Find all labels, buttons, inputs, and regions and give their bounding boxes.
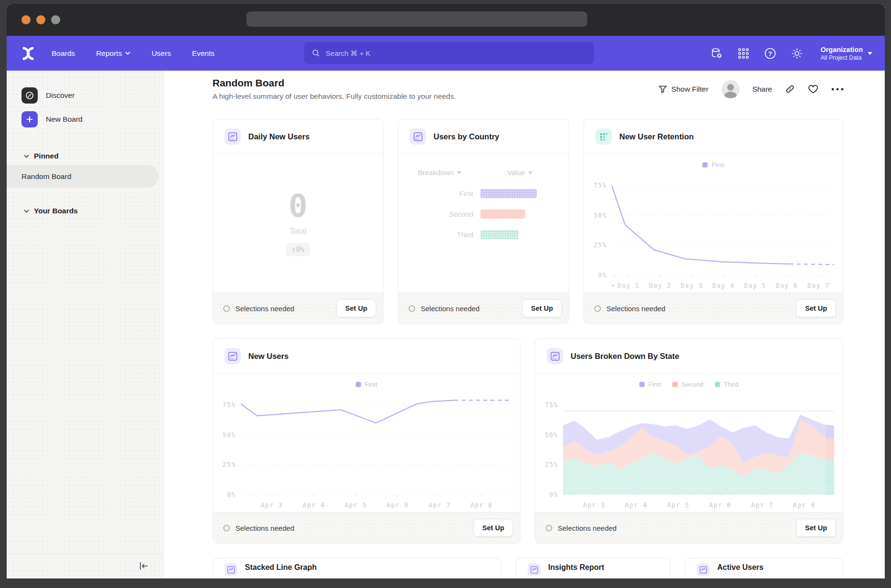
nav-item-label: Events xyxy=(192,49,214,58)
card-users-by-state[interactable]: Users Broken Down By State First S xyxy=(535,338,843,544)
sidebar-item-new-board[interactable]: New Board xyxy=(7,109,163,130)
svg-text:Apr 7: Apr 7 xyxy=(751,502,774,509)
legend-item-first: First xyxy=(702,161,724,168)
chart-legend: First xyxy=(584,161,843,168)
line-chart-icon xyxy=(224,563,237,576)
plus-icon xyxy=(21,111,38,127)
nav-item-boards[interactable]: Boards xyxy=(52,49,75,58)
nav-item-reports[interactable]: Reports xyxy=(96,49,130,58)
legend-item-third: Third xyxy=(715,381,739,388)
line-chart-icon xyxy=(697,563,710,576)
sidebar-section-label: Pinned xyxy=(34,152,59,160)
bar-category-label: Second xyxy=(398,210,473,218)
set-up-button[interactable]: Set Up xyxy=(796,519,836,537)
card-new-users[interactable]: New Users First 75%50%25%0%Apr 3Apr 4Apr… xyxy=(212,338,520,544)
card-footer: Selections needed Set Up xyxy=(213,293,383,324)
board-actions: Show Filter Share xyxy=(658,80,844,98)
sidebar-item-random-board[interactable]: Random Board xyxy=(7,165,159,188)
svg-text:75%: 75% xyxy=(223,401,236,409)
breakdown-column-header[interactable]: Breakdown xyxy=(418,168,461,177)
card-header: Users Broken Down By State xyxy=(535,339,843,374)
settings-gear-icon[interactable] xyxy=(791,47,803,60)
window-minimize-button[interactable] xyxy=(36,15,45,24)
window-zoom-button[interactable] xyxy=(51,15,60,24)
search-input[interactable] xyxy=(325,49,586,58)
bar-category-label: Third xyxy=(398,231,473,239)
card-title: New User Retention xyxy=(619,132,694,141)
bar-row: Third xyxy=(398,230,557,239)
card-title: Insights Report xyxy=(548,563,604,572)
funnel-icon xyxy=(658,85,667,94)
value-column-header[interactable]: Value xyxy=(507,168,532,177)
set-up-button[interactable]: Set Up xyxy=(473,519,513,537)
column-label: Value xyxy=(507,168,525,177)
card-daily-new-users[interactable]: Daily New Users 0 Total ↑0% Selections n… xyxy=(212,119,383,324)
org-name: Organization xyxy=(820,45,863,54)
svg-text:Apr 8: Apr 8 xyxy=(470,502,493,509)
card-new-user-retention[interactable]: New User Retention First 75%50%25%0%<Day… xyxy=(583,119,843,324)
bar-third xyxy=(480,230,519,239)
apps-grid-icon[interactable] xyxy=(737,47,750,60)
ellipsis-icon xyxy=(831,88,844,91)
line-chart-icon xyxy=(224,348,241,364)
favorite-button[interactable] xyxy=(808,84,818,94)
svg-text:75%: 75% xyxy=(594,182,607,189)
set-up-button[interactable]: Set Up xyxy=(522,299,562,317)
svg-text:Apr 3: Apr 3 xyxy=(261,502,283,509)
address-bar[interactable] xyxy=(246,11,587,27)
org-switcher[interactable]: Organization All Project Data xyxy=(820,45,872,61)
status-label: Selections needed xyxy=(235,524,294,532)
svg-text:Day 2: Day 2 xyxy=(649,282,671,289)
card-active-users[interactable]: Active Users xyxy=(685,558,843,578)
avatar[interactable] xyxy=(721,80,740,98)
chevron-down-icon xyxy=(125,52,130,55)
legend-swatch xyxy=(356,382,361,387)
collapse-sidebar-icon[interactable] xyxy=(138,561,149,571)
legend-swatch xyxy=(715,382,720,387)
nav-item-users[interactable]: Users xyxy=(151,49,170,58)
sidebar-section-your-boards[interactable]: Your Boards xyxy=(7,202,163,220)
card-stacked-line-graph[interactable]: Stacked Line Graph xyxy=(212,558,501,578)
share-button[interactable]: Share xyxy=(753,85,772,94)
card-footer: Selections needed Set Up xyxy=(213,512,520,543)
sidebar-section-pinned[interactable]: Pinned xyxy=(7,147,163,165)
card-insights-report[interactable]: Insights Report xyxy=(516,558,670,578)
nav-item-label: Reports xyxy=(96,49,122,58)
browser-window: Boards Reports Users Events xyxy=(7,4,885,578)
nav-item-label: Users xyxy=(151,49,170,58)
status: Selections needed xyxy=(408,304,479,313)
primary-nav: Boards Reports Users Events xyxy=(52,49,214,58)
global-search[interactable] xyxy=(304,42,594,64)
svg-text:Apr 8: Apr 8 xyxy=(793,502,816,509)
retention-chart-body: First 75%50%25%0%<Day 1Day 2Day 3Day 4Da… xyxy=(584,154,843,293)
legend-item-second: Second xyxy=(672,381,703,388)
nav-item-events[interactable]: Events xyxy=(192,49,214,58)
chart-legend: First Second Third xyxy=(535,381,843,388)
more-options-button[interactable] xyxy=(831,88,844,91)
set-up-button[interactable]: Set Up xyxy=(796,299,836,317)
cards-row-2: New Users First 75%50%25%0%Apr 3Apr 4Apr… xyxy=(212,338,844,544)
svg-text:?: ? xyxy=(768,50,772,57)
card-users-by-country[interactable]: Users by Country Breakdown Value xyxy=(398,119,569,324)
help-icon[interactable]: ? xyxy=(764,47,776,60)
card-header: Insights Report xyxy=(516,558,670,576)
bar-chart-columns: Breakdown Value xyxy=(398,168,557,177)
mixpanel-logo-icon[interactable] xyxy=(21,46,35,61)
chevron-down-icon xyxy=(528,171,532,174)
data-management-icon[interactable] xyxy=(711,47,723,60)
svg-text:Apr 6: Apr 6 xyxy=(387,502,409,509)
sidebar: Discover New Board Pinned Random Board Y… xyxy=(7,71,164,578)
sidebar-item-discover[interactable]: Discover xyxy=(7,85,163,106)
svg-text:Day 1: Day 1 xyxy=(617,282,640,289)
svg-text:0%: 0% xyxy=(227,491,236,498)
kpi-label: Total xyxy=(289,227,307,236)
status: Selections needed xyxy=(223,524,294,532)
show-filter-button[interactable]: Show Filter xyxy=(658,85,709,94)
svg-text:25%: 25% xyxy=(545,461,558,468)
card-title: Stacked Line Graph xyxy=(245,563,317,572)
card-title: Active Users xyxy=(717,563,764,572)
set-up-button[interactable]: Set Up xyxy=(336,299,376,317)
window-close-button[interactable] xyxy=(21,15,31,24)
bar-chart-body: Breakdown Value First xyxy=(398,154,569,293)
copy-link-button[interactable] xyxy=(785,84,795,94)
